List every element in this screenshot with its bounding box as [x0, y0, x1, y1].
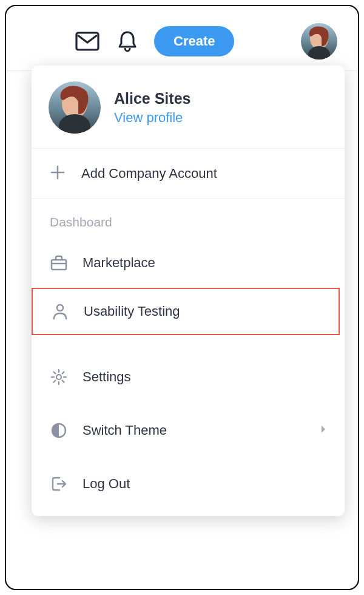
- profile-dropdown: Alice Sites View profile Add Company Acc…: [32, 66, 345, 516]
- plus-icon: [50, 165, 66, 183]
- svg-point-8: [57, 305, 63, 311]
- menu-label: Marketplace: [83, 255, 326, 271]
- menu-label: Log Out: [83, 476, 326, 492]
- view-profile-link[interactable]: View profile: [114, 110, 190, 126]
- create-button[interactable]: Create: [154, 26, 234, 56]
- mail-icon[interactable]: [74, 28, 101, 55]
- gear-icon: [50, 368, 68, 386]
- dashboard-section-label: Dashboard: [32, 199, 345, 242]
- menu-label: Switch Theme: [83, 423, 306, 438]
- bell-icon[interactable]: [114, 28, 141, 55]
- chevron-right-icon: [320, 424, 326, 437]
- menu-item-settings[interactable]: Settings: [32, 356, 345, 398]
- menu-item-switch-theme[interactable]: Switch Theme: [32, 409, 345, 452]
- svg-rect-7: [52, 260, 66, 270]
- half-circle-icon: [50, 421, 68, 440]
- person-icon: [51, 302, 69, 321]
- add-company-button[interactable]: Add Company Account: [32, 149, 345, 199]
- add-company-label: Add Company Account: [81, 166, 217, 182]
- profile-name: Alice Sites: [114, 90, 190, 107]
- menu-item-log-out[interactable]: Log Out: [32, 463, 345, 505]
- menu-label: Usability Testing: [84, 304, 320, 319]
- avatar-large: [49, 81, 101, 134]
- menu-item-marketplace[interactable]: Marketplace: [32, 242, 345, 284]
- svg-point-9: [56, 375, 61, 379]
- avatar[interactable]: [301, 23, 337, 59]
- topbar: Create: [6, 6, 358, 71]
- profile-header: Alice Sites View profile: [32, 66, 345, 149]
- menu-item-usability-testing[interactable]: Usability Testing: [32, 288, 340, 335]
- menu-label: Settings: [83, 369, 326, 385]
- briefcase-icon: [50, 254, 68, 272]
- logout-icon: [50, 475, 68, 493]
